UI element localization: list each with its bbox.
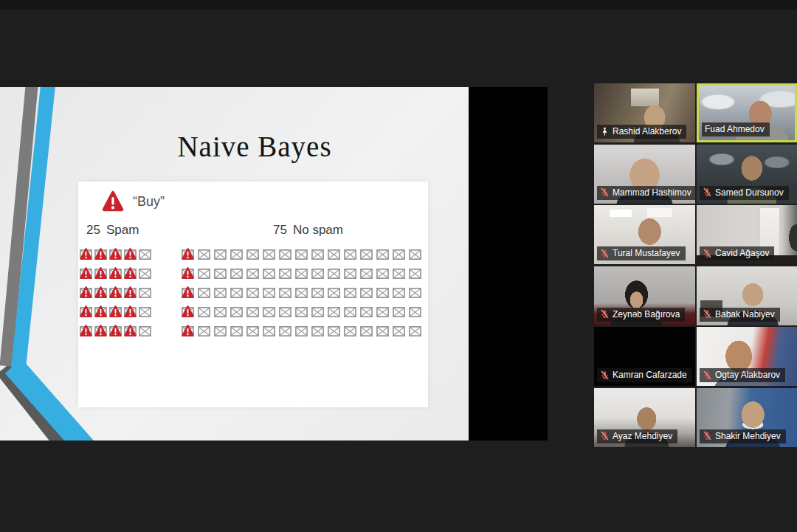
envelope-icon (328, 325, 340, 338)
share-letterbox (469, 87, 548, 441)
participant-tile[interactable]: Ogtay Alakbarov (697, 327, 797, 386)
envelope-icon (198, 248, 210, 261)
participant-tile[interactable]: Babak Nabiyev (697, 266, 797, 325)
envelope-icon (263, 248, 275, 261)
envelope-icon (344, 248, 356, 261)
participant-name-label: Ayaz Mehdiyev (597, 429, 677, 443)
participant-name: Shakir Mehdiyev (715, 431, 781, 441)
envelope-icon (344, 286, 356, 300)
participant-name-label: Samed Dursunov (700, 186, 789, 200)
envelope-icon (328, 286, 340, 300)
envelope-icon (295, 248, 308, 261)
mic-muted-icon (703, 431, 712, 441)
participant-name: Ayaz Mehdiyev (613, 431, 672, 441)
envelope-icon (246, 305, 259, 319)
envelope-icon (246, 248, 259, 261)
icon-row (80, 267, 153, 280)
envelope-icon (139, 305, 151, 319)
participant-gallery: Rashid Alakberov Fuad Ahmedov Mammad Has… (594, 83, 797, 447)
envelope-icon (376, 267, 389, 280)
participant-name-label: Tural Mustafayev (597, 246, 686, 260)
envelope-icon (246, 286, 259, 300)
envelope-icon (139, 248, 151, 261)
participant-name: Ogtay Alakbarov (715, 370, 780, 380)
spam-warning-icon (109, 305, 122, 319)
envelope-icon (295, 305, 308, 319)
participant-name: Kamran Cafarzade (613, 370, 687, 380)
spam-warning-icon (124, 325, 137, 338)
envelope-icon (311, 248, 324, 261)
participant-name-label: Shakir Mehdiyev (700, 429, 786, 443)
envelope-icon (393, 325, 405, 338)
envelope-icon (328, 248, 340, 261)
participant-tile[interactable]: Fuad Ahmedov (697, 83, 797, 142)
icon-row (80, 286, 153, 300)
mic-muted-icon (600, 370, 610, 380)
spam-warning-icon (182, 305, 194, 319)
icon-row (182, 267, 425, 280)
envelope-icon (328, 305, 340, 319)
spam-count: 25 (86, 223, 100, 238)
participant-name: Cavid Ağaşov (715, 248, 769, 258)
envelope-icon (393, 305, 405, 319)
envelope-icon (409, 325, 421, 338)
icon-row (182, 325, 425, 338)
envelope-icon (263, 325, 275, 338)
envelope-icon (246, 267, 259, 280)
envelope-icon (295, 286, 308, 300)
envelope-icon (214, 325, 227, 338)
envelope-icon (139, 267, 151, 280)
participant-tile[interactable]: Zeynəb Bağırova (594, 266, 695, 325)
envelope-icon (198, 305, 210, 319)
mic-muted-icon (703, 309, 712, 319)
spam-warning-icon (182, 325, 194, 338)
spam-warning-icon (80, 305, 92, 319)
spam-warning-icon (182, 248, 194, 261)
spam-warning-icon (94, 325, 107, 338)
envelope-icon (230, 267, 243, 280)
participant-name: Zeynəb Bağırova (613, 309, 680, 319)
participant-tile[interactable]: Tural Mustafayev (594, 205, 695, 264)
envelope-icon (279, 325, 291, 338)
envelope-icon (139, 325, 151, 338)
participant-name-label: Ogtay Alakbarov (700, 368, 785, 382)
participant-name-label: Rashid Alakberov (597, 125, 686, 139)
envelope-icon (409, 267, 421, 280)
mic-muted-icon (600, 309, 610, 319)
participant-tile[interactable]: Cavid Ağaşov (697, 205, 797, 264)
envelope-icon (328, 267, 340, 280)
spam-warning-icon (109, 267, 122, 280)
nospam-word: No spam (293, 223, 343, 238)
spam-warning-icon (80, 248, 92, 261)
spam-word: Spam (106, 223, 139, 238)
icon-row (80, 248, 153, 261)
envelope-icon (230, 305, 243, 319)
envelope-icon (360, 286, 373, 300)
spam-warning-icon (109, 286, 122, 300)
participant-tile[interactable]: Rashid Alakberov (594, 83, 695, 142)
participant-tile[interactable]: Shakir Mehdiyev (697, 388, 797, 447)
participant-tile[interactable]: Mammad Hashimov (594, 145, 695, 204)
spam-warning-icon (182, 267, 194, 280)
envelope-icon (311, 325, 324, 338)
spam-warning-icon (124, 267, 137, 280)
nospam-icon-grid (182, 248, 425, 344)
spam-warning-icon (94, 248, 107, 261)
mic-muted-icon (703, 370, 712, 380)
envelope-icon (393, 286, 405, 300)
participant-tile[interactable]: Samed Dursunov (697, 145, 797, 204)
participant-name-label: Cavid Ağaşov (700, 246, 774, 260)
participant-tile[interactable]: Kamran Cafarzade (594, 327, 695, 386)
envelope-icon (393, 248, 405, 261)
envelope-icon (230, 248, 243, 261)
participant-tile[interactable]: Ayaz Mehdiyev (594, 388, 695, 447)
envelope-icon (230, 286, 243, 300)
spam-warning-icon (124, 305, 137, 319)
participant-name: Samed Dursunov (715, 187, 784, 198)
mic-muted-icon (600, 249, 610, 258)
envelope-icon (311, 286, 324, 300)
participant-name: Tural Mustafayev (613, 248, 680, 258)
participant-name-label: Kamran Cafarzade (597, 368, 692, 382)
spam-warning-icon (94, 305, 107, 319)
slide-content-box: “Buy” 25 Spam 75 No spam (78, 182, 428, 407)
